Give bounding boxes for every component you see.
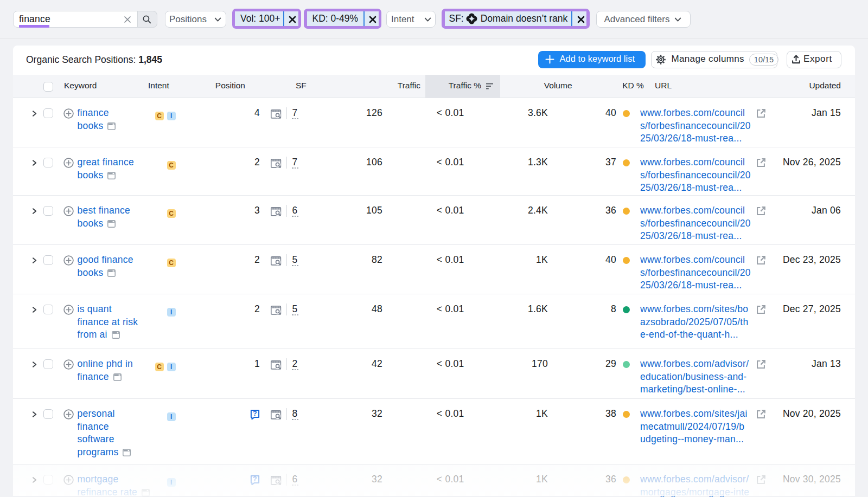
- svg-text:?: ?: [253, 410, 257, 417]
